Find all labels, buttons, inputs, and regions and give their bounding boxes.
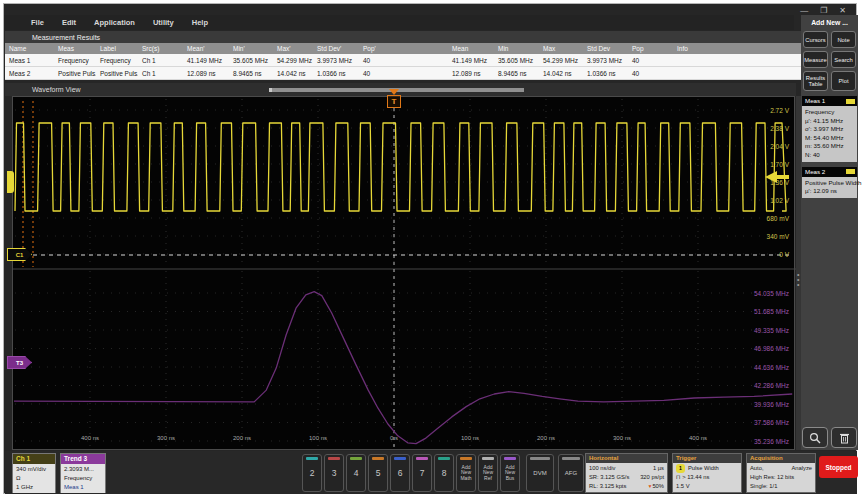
table-cell-row1[interactable]: 54.299 MHz (539, 54, 583, 67)
sidebar-button-results-table[interactable]: Results Table (803, 71, 828, 91)
trigger-level: 1.5 V (676, 482, 690, 491)
add-new-math-button[interactable]: Add New Math (456, 454, 476, 492)
column-header: Max' (273, 43, 313, 54)
channel-2-button[interactable]: 2 (302, 454, 322, 492)
trigger-position-marker[interactable]: T (386, 89, 403, 113)
horizontal-window: 1 µs (653, 464, 664, 473)
channel-8-button[interactable]: 8 (434, 454, 454, 492)
menu-edit[interactable]: Edit (62, 18, 76, 27)
column-header: Pop (628, 43, 673, 54)
waveform-view-title: Waveform View (32, 86, 81, 93)
meas2-card[interactable]: Meas 2 Positive Pulse Widthµ': 12.09 ns (802, 167, 857, 198)
trend3-badge[interactable]: Trend 3 2.3093 M...FrequencyMeas 1 (60, 453, 106, 493)
menu-utility[interactable]: Utility (153, 18, 174, 27)
table-cell-row2[interactable]: 1.0366 ns (583, 67, 628, 80)
table-cell-row2[interactable]: 1.0366 ns (313, 67, 359, 80)
table-cell-row1[interactable]: Frequency (96, 54, 138, 67)
table-cell-row1[interactable]: 3.9973 MHz (313, 54, 359, 67)
app-window: — ❐ ✕ File Edit Application Utility Help… (3, 3, 857, 494)
table-cell-row1[interactable]: 40 (359, 54, 448, 67)
table-cell-row2[interactable]: Positive Puls... (96, 67, 138, 80)
afg-button[interactable]: AFG (558, 454, 584, 492)
zoom-magnifier-button[interactable] (802, 427, 828, 448)
acq-resolution: High Res: 12 bits (750, 473, 794, 482)
channel-5-button[interactable]: 5 (368, 454, 388, 492)
trigger-source-pill: 1 (676, 464, 685, 473)
table-cell-row1[interactable]: 41.149 MHz (183, 54, 229, 67)
table-cell-row2[interactable]: 40 (628, 67, 673, 80)
record-length: RL: 3.125 kpts (589, 482, 626, 491)
table-cell-row2[interactable]: Meas 2 (5, 67, 54, 80)
channel-3-color-stripe (328, 457, 340, 460)
horizontal-scale: 100 ns/div (589, 464, 615, 473)
dvm-button[interactable]: DVM (526, 454, 554, 492)
horizontal-panel[interactable]: Horizontal 100 ns/div1 µs SR: 3.125 GS/s… (585, 453, 668, 493)
table-cell-row2[interactable]: 12.089 ns (448, 67, 494, 80)
table-cell-row2[interactable]: 8.9465 ns (229, 67, 273, 80)
meas2-title: Meas 2 (805, 168, 825, 175)
meas1-card[interactable]: Meas 1 Frequencyµ': 41.15 MHzσ': 3.997 M… (802, 96, 857, 162)
table-cell-row2[interactable]: 14.042 ns (539, 67, 583, 80)
channel-6-button[interactable]: 6 (390, 454, 410, 492)
add-new-bus-button[interactable]: Add New Bus (500, 454, 520, 492)
channel-7-button[interactable]: 7 (412, 454, 432, 492)
add-new-ref-button[interactable]: Add New Ref (478, 454, 498, 492)
magnifier-icon (809, 432, 821, 444)
stopped-button[interactable]: Stopped (819, 456, 858, 478)
table-cell-row1[interactable]: Meas 1 (5, 54, 54, 67)
table-cell-row2[interactable]: 40 (359, 67, 448, 80)
sidebar-button-search[interactable]: Search (831, 51, 856, 68)
menu-file[interactable]: File (31, 18, 44, 27)
channel1-handle[interactable] (7, 171, 14, 193)
acq-mode: Auto, (750, 464, 764, 473)
time-axis-label: 400 ns (81, 435, 99, 441)
trash-button[interactable] (831, 427, 857, 448)
meas1-stat-line: Frequency (805, 108, 857, 117)
channel-5-color-stripe (372, 457, 384, 460)
menu-help[interactable]: Help (192, 18, 208, 27)
trigger-panel[interactable]: Trigger 1Pulse Width ⊓ > 13.44 ns 1.5 V (672, 453, 742, 493)
table-cell-row1[interactable]: Ch 1 (138, 54, 183, 67)
meas2-indicator-icon (846, 169, 855, 174)
channel-3-button[interactable]: 3 (324, 454, 344, 492)
close-icon[interactable]: ✕ (839, 6, 846, 15)
table-cell-row1[interactable]: 35.605 MHz (229, 54, 273, 67)
add-button-color-stripe (504, 457, 516, 460)
table-cell-row2[interactable]: 14.042 ns (273, 67, 313, 80)
table-cell-row1[interactable]: 54.299 MHz (273, 54, 313, 67)
column-header: Label (96, 43, 138, 54)
trend3-badge-line: Frequency (64, 474, 105, 483)
table-cell-row2[interactable]: 12.089 ns (183, 67, 229, 80)
column-header: Min' (229, 43, 273, 54)
time-axis-label: 300 ns (613, 435, 631, 441)
meas1-stat-line: m: 35.60 MHz (805, 142, 857, 151)
time-axis-label: 100 ns (461, 435, 479, 441)
sidebar-button-measure[interactable]: Measure (803, 51, 828, 68)
trash-icon (839, 432, 850, 444)
table-cell-row1[interactable]: 41.149 MHz (448, 54, 494, 67)
sidebar-button-plot[interactable]: Plot (831, 71, 856, 91)
acquisition-panel[interactable]: Acquisition Auto,Analyze High Res: 12 bi… (746, 453, 816, 493)
minimize-icon[interactable]: — (800, 6, 808, 15)
table-cell-row1[interactable]: Frequency (54, 54, 96, 67)
table-cell-row2[interactable]: 8.9465 ns (494, 67, 539, 80)
bottom-bar: Ch 1 340 mV/divΩ1 GHz Trend 3 2.3093 M..… (5, 451, 857, 494)
sample-interval: 320 ps/pt (640, 473, 664, 482)
ch1-badge[interactable]: Ch 1 340 mV/divΩ1 GHz (12, 453, 56, 493)
table-cell-row1[interactable]: 40 (628, 54, 673, 67)
ch1-badge-title: Ch 1 (13, 454, 55, 464)
sidebar-button-cursors[interactable]: Cursors (803, 31, 828, 48)
menu-application[interactable]: Application (94, 18, 135, 27)
table-cell-row1[interactable]: 3.9973 MHz (583, 54, 628, 67)
table-cell-row2[interactable]: Ch 1 (138, 67, 183, 80)
results-sidebar: Add New ... CursorsNoteMeasureSearchResu… (801, 15, 858, 450)
acq-single: Single: 1/1 (750, 482, 777, 491)
volt-axis-label: 1.70 V (770, 161, 789, 168)
restore-icon[interactable]: ❐ (820, 6, 827, 15)
time-axis-label: 200 ns (537, 435, 555, 441)
table-cell-row1[interactable]: 35.605 MHz (494, 54, 539, 67)
table-cell-row2[interactable]: Positive Puls... (54, 67, 96, 80)
channel-4-button[interactable]: 4 (346, 454, 366, 492)
waveform-canvas[interactable]: 2.72 V2.38 V2.04 V1.70 V1.36 V1.02 V680 … (12, 96, 795, 450)
sidebar-button-note[interactable]: Note (831, 31, 856, 48)
